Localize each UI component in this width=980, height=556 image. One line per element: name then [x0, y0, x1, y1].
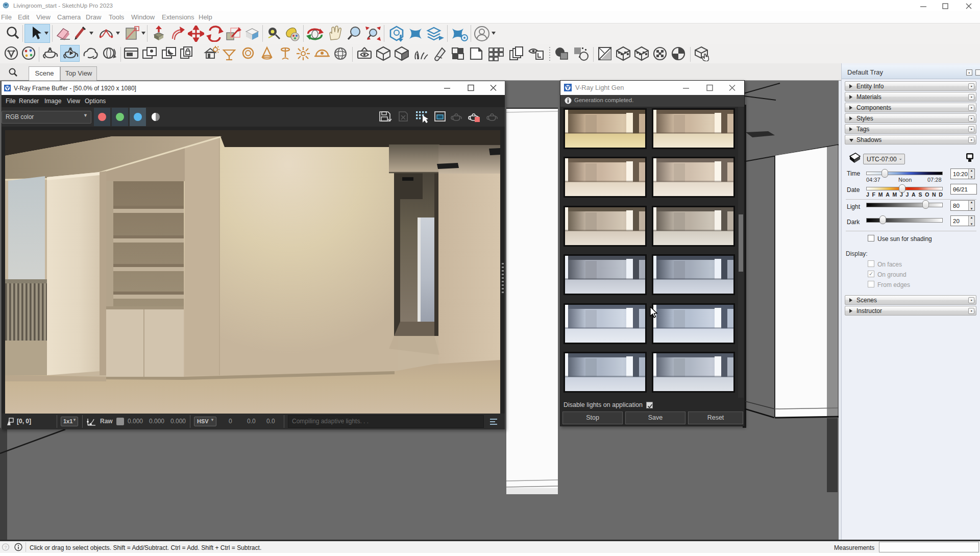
svg-text:?: ?	[4, 545, 7, 550]
